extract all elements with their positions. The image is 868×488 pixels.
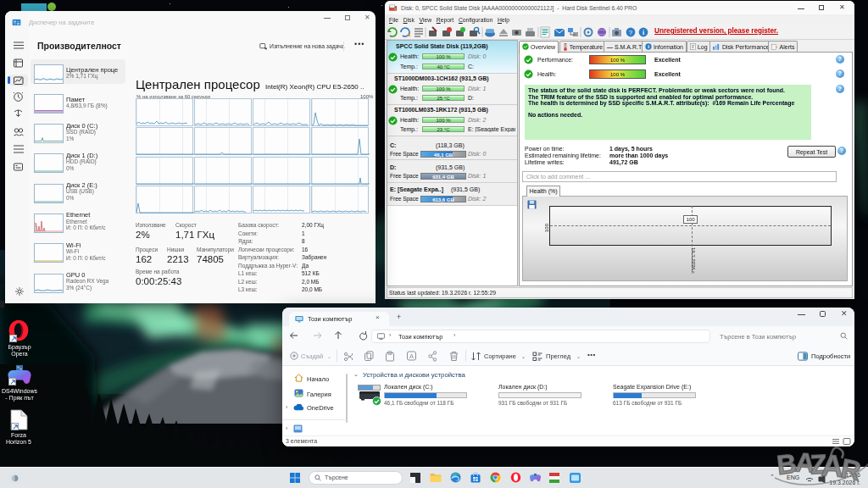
svg-text:A: A [409,352,414,360]
svg-text:?: ? [629,29,633,36]
